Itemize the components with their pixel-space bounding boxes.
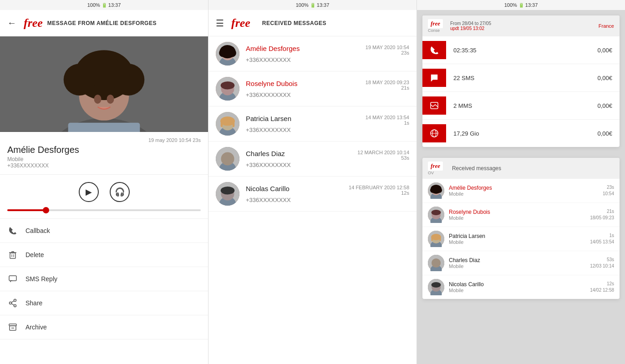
delete-icon [7,249,18,260]
msg-content-1: Roselyne Dubois 18 MAY 2020 09:2321s +33… [246,80,409,98]
sms-label: 22 SMS [453,75,597,81]
usage-period: From 28/04 to 27/05 [450,21,491,26]
panel1-title: MESSAGE FROM AMÉLIE DESFORGES [47,20,157,26]
mini-msg-type-2: Mobile [449,239,590,245]
svg-rect-67 [440,238,441,241]
usage-rows: 02:35:35 0,00€ 22 SMS 0,00€ 2 MMS [422,36,620,147]
messages-card-title: Received messages [452,165,501,172]
action-list: Callback Delete SMS Reply Share [0,219,208,339]
hamburger-button[interactable]: ☰ [216,18,224,29]
free-conse-label: Conse [428,28,440,33]
panel-app-preview: free Conse From 28/04 to 27/05 updt 19/0… [417,10,625,364]
data-icon [422,124,446,142]
mini-avatar-4 [428,279,444,295]
play-button[interactable]: ▶ [79,182,99,202]
mini-msg-item-3[interactable]: Charles Diaz Mobile 53s12/03 10:14 [422,251,620,275]
svg-point-70 [432,258,441,268]
free-logo-panel2: free [231,16,250,30]
msg-content-2: Patricia Larsen 14 MAY 2020 13:541s +336… [246,115,409,133]
mini-msg-item-1[interactable]: Roselyne Dubois Mobile 21s18/05 09:23 [422,203,620,227]
contact-name: Amélie Desforges [7,145,201,155]
action-delete[interactable]: Delete [0,243,208,267]
battery-text-3: 100% [504,2,517,8]
mini-msg-content-1: Roselyne Dubois Mobile [449,209,590,221]
msg-phone-1: +336XXXXXXXX [246,91,409,98]
svg-line-21 [11,303,14,305]
panel2-title: RECEIVED MESSAGES [262,20,326,26]
mini-msg-name-3: Charles Diaz [449,257,590,263]
mini-msg-name-0: Amélie Desforges [449,185,603,191]
mini-msg-item-2[interactable]: Patricia Larsen Mobile 1s14/05 13:54 [422,227,620,251]
msg-phone-2: +336XXXXXXXX [246,126,409,133]
svg-rect-16 [9,276,16,281]
mms-value: 0,00€ [597,102,612,109]
free-ov-label: OV [428,171,434,175]
usage-row-data: 17,29 Gio 0,00€ [422,120,620,147]
usage-card: free Conse From 28/04 to 27/05 updt 19/0… [422,15,620,147]
msg-avatar-0 [216,42,239,66]
msg-header-row-4: Nicolas Carillo 14 FEBRUARY 2020 12:5812… [246,185,409,196]
battery-text-2: 100% [296,2,309,8]
mini-msg-name-2: Patricia Larsen [449,233,590,239]
svg-line-20 [11,301,14,303]
message-item-2[interactable]: Patricia Larsen 14 MAY 2020 13:541s +336… [208,106,417,142]
svg-point-57 [437,187,442,193]
data-value: 0,00€ [597,130,612,137]
calls-label: 02:35:35 [453,47,597,54]
free-logo-msgs: free [428,162,443,171]
mini-msg-item-0[interactable]: Amélie Desforges Mobile 23s10:54 [422,179,620,203]
svg-point-17 [14,299,16,302]
svg-point-19 [10,302,12,304]
mini-msg-name-1: Roselyne Dubois [449,209,590,215]
panel1-header: ← free MESSAGE FROM AMÉLIE DESFORGES [0,10,208,36]
messages-list: Amélie Desforges 19 MAY 2020 10:5423s +3… [208,36,417,364]
mini-msg-content-2: Patricia Larsen Mobile [449,233,590,245]
player-controls: ▶ 🎧 [79,182,130,202]
contact-date: 19 may 2020 10:54 23s [7,137,201,143]
message-item-4[interactable]: Nicolas Carillo 14 FEBRUARY 2020 12:5812… [208,177,417,212]
sms-reply-icon [7,273,18,284]
svg-rect-66 [431,238,432,241]
message-item-3[interactable]: Charles Diaz 12 MARCH 2020 10:1453s +336… [208,142,417,177]
mini-avatar-2 [428,231,444,247]
message-item-0[interactable]: Amélie Desforges 19 MAY 2020 10:5423s +3… [208,36,417,71]
msg-date-1: 18 MAY 2020 09:2321s [366,80,409,91]
france-label: France [599,23,614,29]
msg-content-4: Nicolas Carillo 14 FEBRUARY 2020 12:5812… [246,185,409,203]
usage-card-header: free Conse From 28/04 to 27/05 updt 19/0… [422,15,620,36]
message-item-1[interactable]: Roselyne Dubois 18 MAY 2020 09:2321s +33… [208,71,417,106]
msg-avatar-4 [216,182,239,206]
back-button[interactable]: ← [7,18,16,28]
svg-rect-11 [68,123,140,132]
action-share[interactable]: Share [0,291,208,315]
svg-rect-39 [221,122,223,127]
time-1: 13:37 [108,2,121,8]
msg-avatar-2 [216,112,239,136]
svg-rect-40 [233,122,234,127]
msg-header-row-1: Roselyne Dubois 18 MAY 2020 09:2321s [246,80,409,91]
msg-header-row-0: Amélie Desforges 19 MAY 2020 10:5423s [246,45,409,56]
battery-icon-1: 🔋 [102,3,107,8]
calls-value: 0,00€ [597,47,612,54]
action-callback[interactable]: Callback [0,219,208,243]
callback-icon [7,225,18,236]
contact-photo [0,36,208,132]
archive-icon [7,322,18,333]
panel2-header: ☰ free RECEIVED MESSAGES [208,10,417,36]
contact-info: 19 may 2020 10:54 23s Amélie Desforges M… [0,132,208,175]
msg-date-2: 14 MAY 2020 13:541s [366,115,409,126]
action-archive[interactable]: Archive [0,315,208,339]
progress-bar[interactable] [7,209,201,211]
sms-value: 0,00€ [597,75,612,81]
main-content: ← free MESSAGE FROM AMÉLIE DESFORGES [0,10,625,364]
mini-msg-item-4[interactable]: Nicolas Carillo Mobile 12s14/02 12:58 [422,275,620,299]
action-sms-reply[interactable]: SMS Reply [0,267,208,291]
msg-avatar-1 [216,77,239,101]
svg-point-8 [90,51,119,81]
headset-button[interactable]: 🎧 [110,182,130,202]
contact-phone: +336XXXXXXXX [7,162,201,169]
svg-point-30 [228,49,236,57]
player-section: ▶ 🎧 [0,175,208,219]
data-label: 17,29 Gio [453,130,597,137]
battery-icon-3: 🔋 [518,3,524,8]
